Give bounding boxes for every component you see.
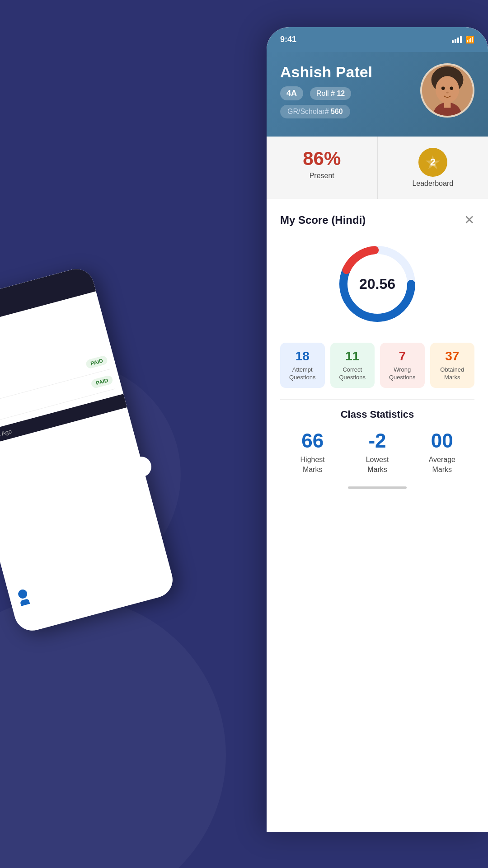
person-icon-area [17,589,30,606]
obtained-marks-box: 37 ObtainedMarks [430,343,475,388]
score-card: My Score (Hindi) ✕ 20.56 18 AttemptQuest… [267,199,488,502]
obtained-marks-label: ObtainedMarks [435,366,470,382]
svg-point-3 [441,87,445,90]
close-button[interactable]: ✕ [464,212,474,227]
score-value: 20.56 [359,276,395,292]
profile-name: Ashish Patel [280,63,420,81]
obtained-marks-num: 37 [435,349,470,363]
bottom-handle [348,486,407,489]
svg-point-4 [450,87,453,90]
attempt-questions-num: 18 [285,349,320,363]
person-body-icon [20,599,30,606]
avatar-image [422,65,473,116]
signal-bar-1 [452,40,454,43]
attempt-questions-label: AttemptQuestions [285,366,320,382]
signal-bars-icon [452,36,462,43]
person-head-icon [17,589,28,599]
scholar-label: GR/Scholar# [287,108,329,115]
leaderboard-badge: ★ 2 [418,148,447,177]
stats-row: 86% Present ★ 2 Leaderboard [267,137,488,199]
attendance-label: Present [273,172,371,180]
score-title: My Score (Hindi) [280,214,366,226]
profile-header: Ashish Patel 4A Roll # 12 GR/Scholar# 56… [267,52,488,137]
roll-number: 12 [337,90,345,97]
class-badge: 4A [280,86,303,100]
average-marks-stat: 00 AverageMarks [410,429,474,475]
signal-bar-3 [457,38,459,43]
stats-grid: 18 AttemptQuestions 11 CorrectQuestions … [280,343,474,388]
days-ago-text: Days Ago [0,428,13,441]
svg-rect-6 [444,101,451,108]
donut-chart-container: 20.56 [280,239,474,329]
scholar-number: 560 [331,108,343,115]
signal-bar-4 [460,36,462,43]
lowest-marks-stat: -2 LowestMarks [345,429,409,475]
status-icons: 📶 [452,35,474,44]
leaderboard-rank: 2 [430,156,436,168]
bg-circle-1 [0,597,226,868]
correct-questions-box: 11 CorrectQuestions [330,343,375,388]
paid-badge-2: PAID [90,375,113,389]
attendance-stat: 86% Present [267,137,378,199]
score-card-header: My Score (Hindi) ✕ [280,212,474,227]
roll-label: Roll # [316,90,335,97]
status-bar: 9:41 📶 [267,27,488,52]
signal-bar-2 [455,39,456,43]
profile-info: Ashish Patel 4A Roll # 12 GR/Scholar# 56… [280,63,420,118]
main-phone: 9:41 📶 Ashish Patel 4A Roll # 12 GR/S [267,27,488,832]
wrong-questions-num: 7 [385,349,420,363]
profile-class-row: 4A Roll # 12 [280,86,420,100]
svg-point-2 [436,76,459,103]
white-dot [131,457,151,477]
average-marks-num: 00 [410,429,474,452]
attempt-questions-box: 18 AttemptQuestions [280,343,325,388]
avatar [420,63,474,118]
highest-marks-stat: 66 HighestMarks [280,429,345,475]
divider [280,399,474,400]
attendance-value: 86% [273,148,371,170]
correct-questions-num: 11 [335,349,371,363]
class-stats-title: Class Statistics [280,409,474,420]
class-stats-row: 66 HighestMarks -2 LowestMarks 00 Averag… [280,429,474,475]
lowest-marks-num: -2 [345,429,409,452]
scholar-badge: GR/Scholar# 560 [280,105,350,118]
paid-badge-1: PAID [85,355,108,369]
wrong-questions-box: 7 WrongQuestions [380,343,425,388]
status-time: 9:41 [280,35,296,44]
wifi-icon: 📶 [465,35,474,44]
roll-badge: Roll # 12 [310,87,351,100]
wrong-questions-label: WrongQuestions [385,366,420,382]
average-marks-label: AverageMarks [410,455,474,475]
lowest-marks-label: LowestMarks [345,455,409,475]
svg-point-5 [446,92,449,94]
leaderboard-label: Leaderboard [385,179,482,188]
highest-marks-num: 66 [280,429,345,452]
correct-questions-label: CorrectQuestions [335,366,371,382]
leaderboard-stat: ★ 2 Leaderboard [378,137,488,199]
highest-marks-label: HighestMarks [280,455,345,475]
